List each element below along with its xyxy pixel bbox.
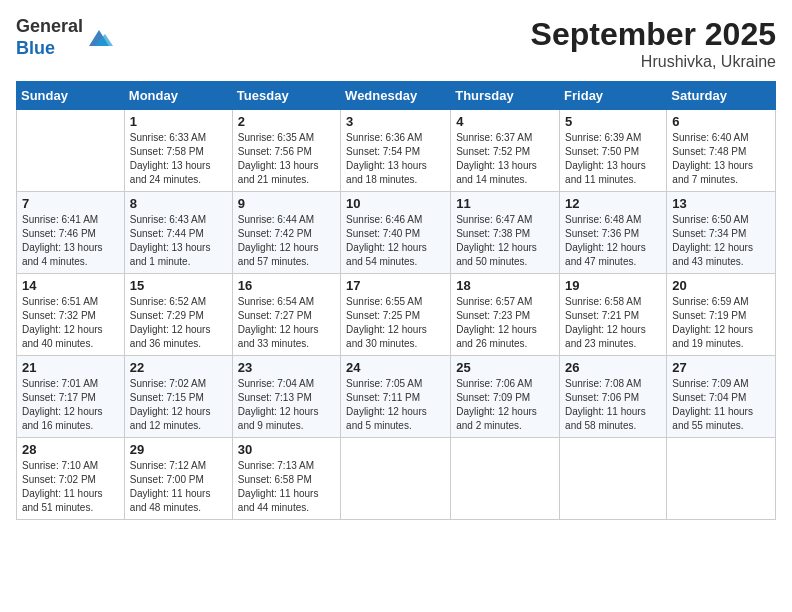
day-number: 24 [346, 360, 445, 375]
calendar-cell [341, 438, 451, 520]
day-info: Sunrise: 6:59 AM Sunset: 7:19 PM Dayligh… [672, 295, 770, 351]
col-header-tuesday: Tuesday [232, 82, 340, 110]
col-header-saturday: Saturday [667, 82, 776, 110]
calendar-cell [451, 438, 560, 520]
day-info: Sunrise: 6:58 AM Sunset: 7:21 PM Dayligh… [565, 295, 661, 351]
calendar-cell: 20Sunrise: 6:59 AM Sunset: 7:19 PM Dayli… [667, 274, 776, 356]
calendar-week-row: 28Sunrise: 7:10 AM Sunset: 7:02 PM Dayli… [17, 438, 776, 520]
day-info: Sunrise: 6:35 AM Sunset: 7:56 PM Dayligh… [238, 131, 335, 187]
day-number: 10 [346, 196, 445, 211]
calendar-cell: 10Sunrise: 6:46 AM Sunset: 7:40 PM Dayli… [341, 192, 451, 274]
day-number: 25 [456, 360, 554, 375]
day-number: 13 [672, 196, 770, 211]
calendar-cell: 14Sunrise: 6:51 AM Sunset: 7:32 PM Dayli… [17, 274, 125, 356]
calendar-cell: 9Sunrise: 6:44 AM Sunset: 7:42 PM Daylig… [232, 192, 340, 274]
calendar-cell: 6Sunrise: 6:40 AM Sunset: 7:48 PM Daylig… [667, 110, 776, 192]
day-info: Sunrise: 7:08 AM Sunset: 7:06 PM Dayligh… [565, 377, 661, 433]
calendar-cell: 3Sunrise: 6:36 AM Sunset: 7:54 PM Daylig… [341, 110, 451, 192]
day-number: 4 [456, 114, 554, 129]
calendar-cell: 30Sunrise: 7:13 AM Sunset: 6:58 PM Dayli… [232, 438, 340, 520]
day-number: 15 [130, 278, 227, 293]
calendar-cell: 24Sunrise: 7:05 AM Sunset: 7:11 PM Dayli… [341, 356, 451, 438]
day-info: Sunrise: 7:13 AM Sunset: 6:58 PM Dayligh… [238, 459, 335, 515]
day-info: Sunrise: 6:50 AM Sunset: 7:34 PM Dayligh… [672, 213, 770, 269]
calendar-week-row: 14Sunrise: 6:51 AM Sunset: 7:32 PM Dayli… [17, 274, 776, 356]
day-number: 20 [672, 278, 770, 293]
day-info: Sunrise: 6:44 AM Sunset: 7:42 PM Dayligh… [238, 213, 335, 269]
calendar-cell: 22Sunrise: 7:02 AM Sunset: 7:15 PM Dayli… [124, 356, 232, 438]
day-info: Sunrise: 7:10 AM Sunset: 7:02 PM Dayligh… [22, 459, 119, 515]
calendar-cell: 1Sunrise: 6:33 AM Sunset: 7:58 PM Daylig… [124, 110, 232, 192]
day-number: 27 [672, 360, 770, 375]
day-number: 6 [672, 114, 770, 129]
day-info: Sunrise: 6:33 AM Sunset: 7:58 PM Dayligh… [130, 131, 227, 187]
calendar-cell: 23Sunrise: 7:04 AM Sunset: 7:13 PM Dayli… [232, 356, 340, 438]
day-number: 28 [22, 442, 119, 457]
calendar-cell: 27Sunrise: 7:09 AM Sunset: 7:04 PM Dayli… [667, 356, 776, 438]
day-number: 12 [565, 196, 661, 211]
col-header-friday: Friday [560, 82, 667, 110]
day-number: 3 [346, 114, 445, 129]
day-info: Sunrise: 7:12 AM Sunset: 7:00 PM Dayligh… [130, 459, 227, 515]
calendar-week-row: 21Sunrise: 7:01 AM Sunset: 7:17 PM Dayli… [17, 356, 776, 438]
calendar-cell: 12Sunrise: 6:48 AM Sunset: 7:36 PM Dayli… [560, 192, 667, 274]
logo-icon [85, 24, 113, 52]
logo: General Blue [16, 16, 113, 59]
day-number: 26 [565, 360, 661, 375]
calendar-cell: 21Sunrise: 7:01 AM Sunset: 7:17 PM Dayli… [17, 356, 125, 438]
calendar-cell: 19Sunrise: 6:58 AM Sunset: 7:21 PM Dayli… [560, 274, 667, 356]
calendar-cell: 2Sunrise: 6:35 AM Sunset: 7:56 PM Daylig… [232, 110, 340, 192]
logo-blue-text: Blue [16, 38, 55, 58]
day-info: Sunrise: 7:02 AM Sunset: 7:15 PM Dayligh… [130, 377, 227, 433]
day-info: Sunrise: 6:46 AM Sunset: 7:40 PM Dayligh… [346, 213, 445, 269]
day-number: 9 [238, 196, 335, 211]
calendar-cell: 25Sunrise: 7:06 AM Sunset: 7:09 PM Dayli… [451, 356, 560, 438]
day-number: 29 [130, 442, 227, 457]
col-header-thursday: Thursday [451, 82, 560, 110]
day-info: Sunrise: 6:48 AM Sunset: 7:36 PM Dayligh… [565, 213, 661, 269]
calendar-cell: 5Sunrise: 6:39 AM Sunset: 7:50 PM Daylig… [560, 110, 667, 192]
calendar-title: September 2025 [531, 16, 776, 53]
calendar-week-row: 1Sunrise: 6:33 AM Sunset: 7:58 PM Daylig… [17, 110, 776, 192]
day-info: Sunrise: 6:36 AM Sunset: 7:54 PM Dayligh… [346, 131, 445, 187]
col-header-sunday: Sunday [17, 82, 125, 110]
calendar-cell: 8Sunrise: 6:43 AM Sunset: 7:44 PM Daylig… [124, 192, 232, 274]
day-info: Sunrise: 6:41 AM Sunset: 7:46 PM Dayligh… [22, 213, 119, 269]
calendar-cell: 4Sunrise: 6:37 AM Sunset: 7:52 PM Daylig… [451, 110, 560, 192]
calendar-cell: 15Sunrise: 6:52 AM Sunset: 7:29 PM Dayli… [124, 274, 232, 356]
day-info: Sunrise: 6:55 AM Sunset: 7:25 PM Dayligh… [346, 295, 445, 351]
calendar-header-row: SundayMondayTuesdayWednesdayThursdayFrid… [17, 82, 776, 110]
day-info: Sunrise: 7:09 AM Sunset: 7:04 PM Dayligh… [672, 377, 770, 433]
day-info: Sunrise: 6:39 AM Sunset: 7:50 PM Dayligh… [565, 131, 661, 187]
calendar-cell: 13Sunrise: 6:50 AM Sunset: 7:34 PM Dayli… [667, 192, 776, 274]
col-header-monday: Monday [124, 82, 232, 110]
calendar-week-row: 7Sunrise: 6:41 AM Sunset: 7:46 PM Daylig… [17, 192, 776, 274]
col-header-wednesday: Wednesday [341, 82, 451, 110]
day-number: 8 [130, 196, 227, 211]
calendar-cell: 7Sunrise: 6:41 AM Sunset: 7:46 PM Daylig… [17, 192, 125, 274]
day-number: 18 [456, 278, 554, 293]
day-number: 21 [22, 360, 119, 375]
day-number: 22 [130, 360, 227, 375]
day-number: 5 [565, 114, 661, 129]
day-number: 16 [238, 278, 335, 293]
day-info: Sunrise: 6:43 AM Sunset: 7:44 PM Dayligh… [130, 213, 227, 269]
day-number: 11 [456, 196, 554, 211]
day-info: Sunrise: 7:05 AM Sunset: 7:11 PM Dayligh… [346, 377, 445, 433]
day-number: 1 [130, 114, 227, 129]
day-number: 7 [22, 196, 119, 211]
calendar-cell [560, 438, 667, 520]
day-info: Sunrise: 7:06 AM Sunset: 7:09 PM Dayligh… [456, 377, 554, 433]
calendar-subtitle: Hrushivka, Ukraine [531, 53, 776, 71]
calendar-table: SundayMondayTuesdayWednesdayThursdayFrid… [16, 81, 776, 520]
calendar-cell: 17Sunrise: 6:55 AM Sunset: 7:25 PM Dayli… [341, 274, 451, 356]
day-number: 23 [238, 360, 335, 375]
calendar-cell: 11Sunrise: 6:47 AM Sunset: 7:38 PM Dayli… [451, 192, 560, 274]
day-number: 14 [22, 278, 119, 293]
logo-general-text: General [16, 16, 83, 36]
day-info: Sunrise: 7:01 AM Sunset: 7:17 PM Dayligh… [22, 377, 119, 433]
day-info: Sunrise: 7:04 AM Sunset: 7:13 PM Dayligh… [238, 377, 335, 433]
day-info: Sunrise: 6:51 AM Sunset: 7:32 PM Dayligh… [22, 295, 119, 351]
calendar-cell: 26Sunrise: 7:08 AM Sunset: 7:06 PM Dayli… [560, 356, 667, 438]
calendar-cell: 18Sunrise: 6:57 AM Sunset: 7:23 PM Dayli… [451, 274, 560, 356]
